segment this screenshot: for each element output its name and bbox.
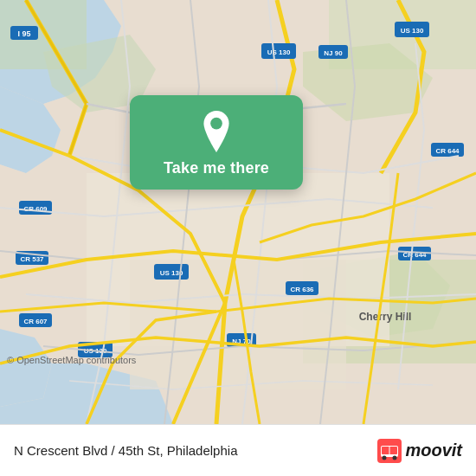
svg-text:I 95: I 95	[17, 29, 30, 38]
svg-text:CR 607: CR 607	[23, 318, 48, 325]
svg-point-45	[393, 455, 397, 460]
svg-text:CR 644: CR 644	[435, 147, 460, 155]
svg-point-44	[383, 455, 387, 460]
svg-text:US 130: US 130	[401, 27, 424, 35]
bottom-bar: N Crescent Blvd / 45th St, Philadelphia …	[0, 424, 476, 476]
copyright-text: © OpenStreetMap contributors	[7, 355, 136, 365]
svg-text:CR 636: CR 636	[290, 286, 314, 293]
svg-point-40	[210, 118, 222, 130]
popup-card[interactable]: Take me there	[130, 95, 303, 190]
map-container: I 95 US 130 NJ 90 US 130 CR 644 CR 644 C…	[0, 0, 476, 424]
svg-text:CR 537: CR 537	[20, 255, 44, 263]
popup-label: Take me there	[164, 159, 269, 177]
svg-text:US 130: US 130	[267, 48, 291, 56]
svg-text:NJ 90: NJ 90	[324, 49, 343, 57]
location-pin-icon	[196, 111, 237, 152]
location-text: N Crescent Blvd / 45th St, Philadelphia	[14, 443, 377, 458]
svg-text:Cherry Hill: Cherry Hill	[359, 311, 412, 323]
moovit-text: moovit	[405, 441, 462, 460]
moovit-icon	[377, 439, 402, 463]
moovit-logo: moovit	[377, 439, 462, 463]
